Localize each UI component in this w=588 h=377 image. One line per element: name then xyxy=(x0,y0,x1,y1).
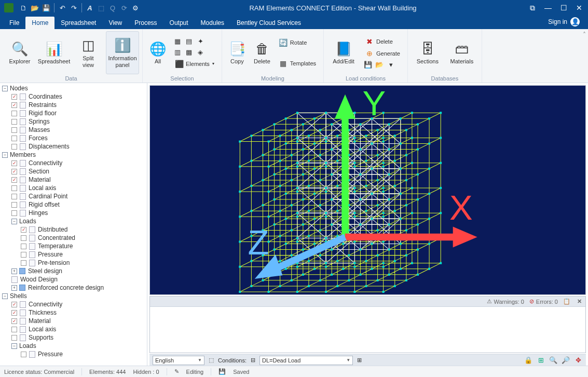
tree-checkbox[interactable] xyxy=(11,335,17,341)
tree-checkbox[interactable] xyxy=(11,144,17,150)
tree-checkbox[interactable] xyxy=(11,127,17,133)
tree-node[interactable]: ✓Coordinates xyxy=(0,92,147,101)
tree-node[interactable]: ✓Connectivity xyxy=(0,159,147,167)
warnings-stat[interactable]: ⚠Warnings: 0 xyxy=(487,298,524,305)
tree-node[interactable]: Springs xyxy=(0,117,147,126)
tree-node[interactable]: ✓Connectivity xyxy=(0,300,147,308)
tree-checkbox[interactable] xyxy=(21,235,26,241)
load-icon-2[interactable]: 📂 xyxy=(375,60,384,70)
spreadsheet-button[interactable]: 📊 Spreadsheet xyxy=(37,31,71,74)
tree-checkbox[interactable] xyxy=(11,111,17,116)
save-icon[interactable]: 💾 xyxy=(42,3,51,12)
tree-node[interactable]: Pressure xyxy=(0,350,147,358)
tree-checkbox[interactable] xyxy=(21,252,26,258)
tree-toggle[interactable]: + xyxy=(11,268,17,274)
rotate-button[interactable]: 🔄 Rotate xyxy=(277,37,318,48)
tab-output[interactable]: Output xyxy=(163,17,195,29)
pan-icon[interactable]: ✥ xyxy=(573,356,583,365)
ortho-icon[interactable]: ⊞ xyxy=(536,356,545,365)
undo-icon[interactable]: ↶ xyxy=(58,3,67,12)
tree-checkbox[interactable]: ✓ xyxy=(11,318,17,324)
tree-toggle[interactable]: − xyxy=(2,293,8,299)
sel-icon-2[interactable]: ▤ xyxy=(184,37,194,46)
tree-node[interactable]: Local axis xyxy=(0,184,147,192)
tab-home[interactable]: Home xyxy=(25,17,54,29)
tree-node[interactable]: Cardinal Point xyxy=(0,192,147,200)
add-edit-button[interactable]: 📘 Add/Edit xyxy=(327,31,360,74)
tab-view[interactable]: View xyxy=(102,17,128,29)
sections-button[interactable]: 🗄 Sections xyxy=(411,31,444,74)
tree-checkbox[interactable]: ✓ xyxy=(21,227,26,233)
delete-button[interactable]: 🗑 Delete xyxy=(250,31,274,74)
tab-file[interactable]: File xyxy=(3,17,25,29)
tab-spreadsheet[interactable]: Spreadsheet xyxy=(54,17,102,29)
copy-msg-icon[interactable]: 📋 xyxy=(563,298,570,305)
zoom-out-icon[interactable]: 🔍 xyxy=(549,356,558,365)
tree-node[interactable]: Rigid offset xyxy=(0,200,147,209)
sel-icon-5[interactable]: ▩ xyxy=(184,48,194,57)
tree-checkbox[interactable] xyxy=(11,194,17,199)
materials-button[interactable]: 🗃 Materials xyxy=(445,31,478,74)
open-icon[interactable]: 📂 xyxy=(30,3,39,12)
tree-toggle[interactable]: − xyxy=(2,152,8,158)
tree-checkbox[interactable]: ✓ xyxy=(11,169,17,174)
tab-modules[interactable]: Modules xyxy=(195,17,230,29)
tree-checkbox[interactable]: ✓ xyxy=(11,177,17,183)
redo-icon[interactable]: ↷ xyxy=(69,3,78,12)
tree-node[interactable]: Temperature xyxy=(0,242,147,250)
ribbon-collapse-icon[interactable]: ˄ xyxy=(583,31,586,38)
sel-icon-3[interactable]: ✦ xyxy=(196,37,205,46)
maximize-icon[interactable]: ☐ xyxy=(557,2,570,14)
split-view-button[interactable]: ◫ Split view xyxy=(72,31,105,74)
tree-checkbox[interactable]: ✓ xyxy=(11,102,17,108)
tree-node[interactable]: Pressure xyxy=(0,250,147,259)
tree-node[interactable]: Forces xyxy=(0,134,147,142)
tree-checkbox[interactable] xyxy=(11,136,17,141)
select-all-button[interactable]: 🌐 All xyxy=(146,31,170,74)
tool-icon-1[interactable]: ⬚ xyxy=(209,357,214,363)
tree-node[interactable]: ✓Distributed xyxy=(0,225,147,234)
tab-process[interactable]: Process xyxy=(128,17,163,29)
tree-toggle[interactable]: − xyxy=(11,219,17,224)
tree-node[interactable]: Supports xyxy=(0,333,147,342)
action-icon-1[interactable]: ⬚ xyxy=(97,3,106,12)
tree-node[interactable]: ✓Material xyxy=(0,317,147,325)
language-combo[interactable]: English▼ xyxy=(153,356,204,365)
conditions-combo[interactable]: DL=Dead Load▼ xyxy=(259,356,353,365)
tree-node[interactable]: − Nodes xyxy=(0,84,147,92)
elements-dropdown[interactable]: ⬛ Elements ▾ xyxy=(173,59,216,69)
tree-checkbox[interactable] xyxy=(11,327,17,332)
load-icon-3[interactable]: ▾ xyxy=(386,60,395,70)
tree-checkbox[interactable] xyxy=(11,185,17,191)
tree-node[interactable]: Masses xyxy=(0,126,147,134)
zoom-in-icon[interactable]: 🔎 xyxy=(561,356,570,365)
sel-icon-4[interactable]: ▥ xyxy=(173,48,182,57)
tree-node[interactable]: − Loads xyxy=(0,342,147,350)
info-panel-button[interactable]: ℹ️ Information panel xyxy=(106,31,139,74)
minimize-icon[interactable]: — xyxy=(541,2,555,14)
sel-icon-6[interactable]: ◈ xyxy=(196,48,205,57)
tree-checkbox[interactable]: ✓ xyxy=(11,94,17,100)
message-body[interactable] xyxy=(150,307,585,353)
tree-checkbox[interactable] xyxy=(21,260,26,266)
tree-node[interactable]: ✓Material xyxy=(0,176,147,184)
close-icon[interactable]: ✕ xyxy=(572,2,586,14)
tree-node[interactable]: +Steel design xyxy=(0,267,147,275)
action-icon-2[interactable]: Q xyxy=(108,3,117,12)
sign-in-button[interactable]: Sign in 👤 xyxy=(543,15,585,29)
tree-node[interactable]: Displacements xyxy=(0,142,147,151)
sel-icon-1[interactable]: ▦ xyxy=(173,37,182,46)
tree-node[interactable]: Pre-tension xyxy=(0,259,147,267)
refresh-icon[interactable]: ⟳ xyxy=(119,3,129,12)
tree-node[interactable]: Rigid floor xyxy=(0,109,147,117)
tree-node[interactable]: − Members xyxy=(0,151,147,159)
tree-checkbox[interactable] xyxy=(21,352,26,357)
tree-checkbox[interactable] xyxy=(21,244,26,249)
templates-button[interactable]: ▦ Templates xyxy=(277,58,318,69)
new-icon[interactable]: 🗋 xyxy=(19,3,28,12)
bold-a-icon[interactable]: A xyxy=(85,3,94,12)
gear-icon[interactable]: ⚙ xyxy=(131,3,140,12)
tree-node[interactable]: +Reinforced concrete design xyxy=(0,284,147,292)
close-msg-icon[interactable]: ✕ xyxy=(576,298,583,305)
errors-stat[interactable]: ⊘Errors: 0 xyxy=(529,298,558,305)
